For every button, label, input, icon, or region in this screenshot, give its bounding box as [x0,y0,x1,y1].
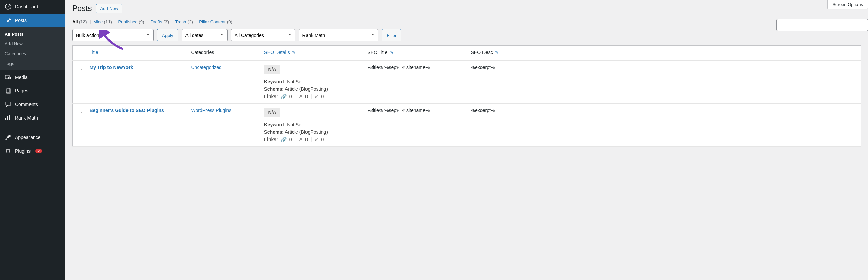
main-content: Screen Options Posts Add New All (12) | … [65,0,868,280]
dashboard-icon [5,3,12,10]
table-row: My Trip to NewYork Uncategorized N/A Key… [73,61,861,104]
sidebar-item-posts[interactable]: Posts [0,14,65,27]
sidebar-label: Pages [15,88,28,93]
apply-button[interactable]: Apply [157,29,178,41]
updates-badge: 2 [35,149,42,153]
screen-options-button[interactable]: Screen Options [827,0,868,9]
pencil-icon[interactable]: ✎ [495,50,499,55]
category-filter-select[interactable]: All Categories [231,29,295,41]
pencil-icon[interactable]: ✎ [390,50,394,55]
submenu-all-posts[interactable]: All Posts [0,29,65,39]
seo-score-badge: N/A [264,65,280,74]
filter-mine[interactable]: Mine [93,19,103,24]
comments-icon [5,101,12,108]
keyword-line: Keyword: Not Set [264,79,361,84]
filter-button[interactable]: Filter [382,29,402,41]
col-categories: Categories [188,46,261,61]
svg-rect-6 [7,116,8,120]
select-all-checkbox[interactable] [77,50,82,55]
row-checkbox[interactable] [77,65,82,70]
external-link-icon: ↗ [298,137,302,142]
seo-desc-cell: %excerpt% [468,104,861,147]
sidebar-item-rankmath[interactable]: Rank Math [0,111,65,125]
filter-drafts[interactable]: Drafts [151,19,162,24]
pages-icon [5,87,12,94]
svg-rect-5 [5,118,6,120]
submenu-tags[interactable]: Tags [0,59,65,68]
bulk-actions-select[interactable]: Bulk actions [72,29,154,41]
date-filter-select[interactable]: All dates [182,29,228,41]
media-icon [5,74,12,81]
schema-line: Schema: Article (BlogPosting) [264,86,361,92]
link-icon: 🔗 [281,137,287,142]
sidebar-item-pages[interactable]: Pages [0,84,65,98]
category-link[interactable]: Uncategorized [191,65,222,70]
links-line: Links: 🔗0| ↗0| ↙0 [264,94,361,99]
filter-trash[interactable]: Trash [175,19,186,24]
admin-sidebar: Dashboard Posts All Posts Add New Catego… [0,0,65,280]
posts-table: Title Categories SEO Details✎ SEO Title✎… [72,45,861,147]
sidebar-label: Media [15,74,28,80]
incoming-link-icon: ↙ [315,137,319,142]
page-title: Posts [72,4,92,13]
status-filters: All (12) | Mine (11) | Published (9) | D… [72,19,861,24]
submenu-categories[interactable]: Categories [0,49,65,59]
pin-icon [5,17,12,24]
post-title-link[interactable]: My Trip to NewYork [90,65,133,70]
external-link-icon: ↗ [298,94,302,99]
links-line: Links: 🔗0| ↗0| ↙0 [264,137,361,142]
seo-title-cell: %title% %sep% %sitename% [364,104,468,147]
col-seotitle: SEO Title [368,50,388,55]
add-new-button[interactable]: Add New [96,4,123,13]
posts-submenu: All Posts Add New Categories Tags [0,27,65,70]
filter-all[interactable]: All (12) [72,19,87,24]
table-row: Beginner's Guide to SEO Plugins WordPres… [73,104,861,147]
sidebar-item-dashboard[interactable]: Dashboard [0,0,65,14]
keyword-line: Keyword: Not Set [264,122,361,127]
seo-score-badge: N/A [264,108,280,117]
seo-desc-cell: %excerpt% [468,61,861,104]
submenu-add-new[interactable]: Add New [0,39,65,49]
pencil-icon: ✎ [292,50,296,55]
sidebar-label: Comments [15,102,38,107]
incoming-link-icon: ↙ [315,94,319,99]
sidebar-label: Posts [15,18,27,23]
sidebar-item-media[interactable]: Media [0,70,65,84]
svg-rect-7 [9,115,10,120]
chart-icon [5,114,12,121]
filter-pillar[interactable]: Pillar Content [199,19,225,24]
sidebar-label: Dashboard [15,4,38,9]
sidebar-item-appearance[interactable]: Appearance [0,131,65,144]
sidebar-label: Rank Math [15,115,38,121]
category-link[interactable]: WordPress Plugins [191,108,232,113]
sidebar-item-plugins[interactable]: Plugins 2 [0,144,65,158]
link-icon: 🔗 [281,94,287,99]
sidebar-label: Appearance [15,135,41,140]
col-seodetails[interactable]: SEO Details✎ [264,50,296,55]
col-seodesc: SEO Desc [471,50,493,55]
rankmath-filter-select[interactable]: Rank Math [299,29,378,41]
post-title-link[interactable]: Beginner's Guide to SEO Plugins [90,108,164,113]
search-input[interactable] [776,19,868,31]
row-checkbox[interactable] [77,108,82,113]
col-title[interactable]: Title [90,50,98,55]
plug-icon [5,148,12,154]
brush-icon [5,134,12,141]
filter-published[interactable]: Published [118,19,138,24]
sidebar-item-comments[interactable]: Comments [0,98,65,111]
seo-title-cell: %title% %sep% %sitename% [364,61,468,104]
schema-line: Schema: Article (BlogPosting) [264,129,361,135]
sidebar-label: Plugins [15,148,31,154]
